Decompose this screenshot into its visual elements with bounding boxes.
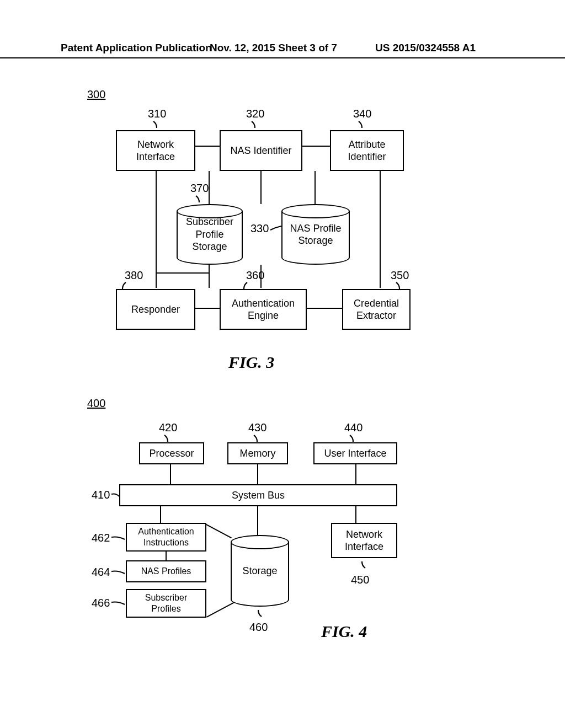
block-processor: Processor [139,442,204,464]
connector [307,308,342,309]
connector [206,602,235,618]
ref-450: 450 [351,574,369,586]
block-system-bus: System Bus [119,484,397,506]
header-date-sheet: Nov. 12, 2015 Sheet 3 of 7 [210,42,337,54]
fig4-caption: FIG. 4 [321,622,367,641]
block-label: Subscriber Profiles [145,592,187,614]
ref-430: 430 [248,421,266,434]
ref-350: 350 [391,269,409,282]
connector [355,464,356,484]
connector [195,146,220,147]
connector [170,464,171,484]
cylinder-label: Storage [242,565,277,577]
connector [209,171,210,204]
connector [166,552,167,560]
cylinder-subscriber-profile-storage: Subscriber Profile Storage [177,204,243,265]
leader-hook-icon [195,195,204,204]
connector [355,506,356,523]
ref-330: 330 [250,222,269,235]
connector [156,171,157,274]
connector [257,464,258,484]
leader-hook-icon [110,492,120,500]
ref-370: 370 [190,182,209,195]
connector [156,272,183,274]
block-label: User Interface [324,447,386,460]
block-network-interface-fig4: Network Interface [331,523,397,558]
ref-380: 380 [125,269,143,282]
ref-410: 410 [92,489,110,501]
leader-hook-icon [253,434,262,443]
connector [206,524,232,538]
ref-464: 464 [92,566,110,579]
ref-310: 310 [148,108,166,120]
block-label: Network Interface [345,528,383,553]
connector [302,146,330,147]
ref-466: 466 [92,597,110,609]
header-publication-number: US 2015/0324558 A1 [375,42,476,54]
cylinder-label: Subscriber Profile Storage [186,216,233,253]
leader-hook-icon [152,120,161,129]
block-label: Authentication Instructions [138,526,194,548]
leader-hook-icon [110,535,126,543]
block-credential-extractor: Credential Extractor [342,289,411,330]
fig4-number: 400 [87,397,105,410]
connector [160,506,161,523]
connector [315,171,316,204]
cylinder-storage: Storage [231,535,289,607]
connector [257,506,258,535]
block-memory: Memory [227,442,288,464]
connector [156,272,157,288]
block-label: Attribute Identifier [348,138,386,163]
block-label: Credential Extractor [354,297,399,322]
leader-hook-icon [358,560,366,569]
ref-460: 460 [249,621,268,634]
block-user-interface: User Interface [313,442,397,464]
block-responder: Responder [116,289,195,330]
block-label: NAS Profiles [141,566,191,577]
ref-420: 420 [159,421,177,434]
leader-hook-icon [110,600,126,608]
ref-320: 320 [246,108,264,120]
ref-360: 360 [246,269,264,282]
block-label: Responder [131,303,180,316]
leader-hook-icon [269,225,282,235]
connector [195,308,220,309]
leader-hook-icon [110,569,126,577]
ref-340: 340 [353,108,371,120]
block-authentication-engine: Authentication Engine [220,289,307,330]
block-label: Network Interface [136,138,175,163]
block-authentication-instructions: Authentication Instructions [126,523,206,552]
block-attribute-identifier: Attribute Identifier [330,130,404,171]
leader-hook-icon [163,434,172,443]
ref-440: 440 [344,421,363,434]
block-network-interface: Network Interface [116,130,195,171]
block-nas-identifier: NAS Identifier [220,130,302,171]
fig3-number: 300 [87,88,105,101]
connector [260,171,262,204]
connector [209,265,210,288]
cylinder-label: NAS Profile Storage [290,222,341,247]
block-label: System Bus [232,489,285,502]
block-label: Authentication Engine [232,297,295,322]
block-label: Processor [149,447,194,460]
connector [380,171,381,288]
block-subscriber-profiles: Subscriber Profiles [126,589,206,618]
block-label: NAS Identifier [230,144,291,157]
fig3-caption: FIG. 3 [228,353,274,372]
leader-hook-icon [254,609,263,618]
block-nas-profiles: NAS Profiles [126,560,206,582]
leader-hook-icon [358,120,366,129]
cylinder-nas-profile-storage: NAS Profile Storage [281,204,350,265]
connector [183,272,209,274]
ref-462: 462 [92,532,110,544]
header-publication-label: Patent Application Publication [61,42,212,54]
leader-hook-icon [250,120,259,129]
block-label: Memory [239,447,275,460]
leader-hook-icon [349,434,358,443]
page-header: Patent Application Publication Nov. 12, … [0,42,565,58]
